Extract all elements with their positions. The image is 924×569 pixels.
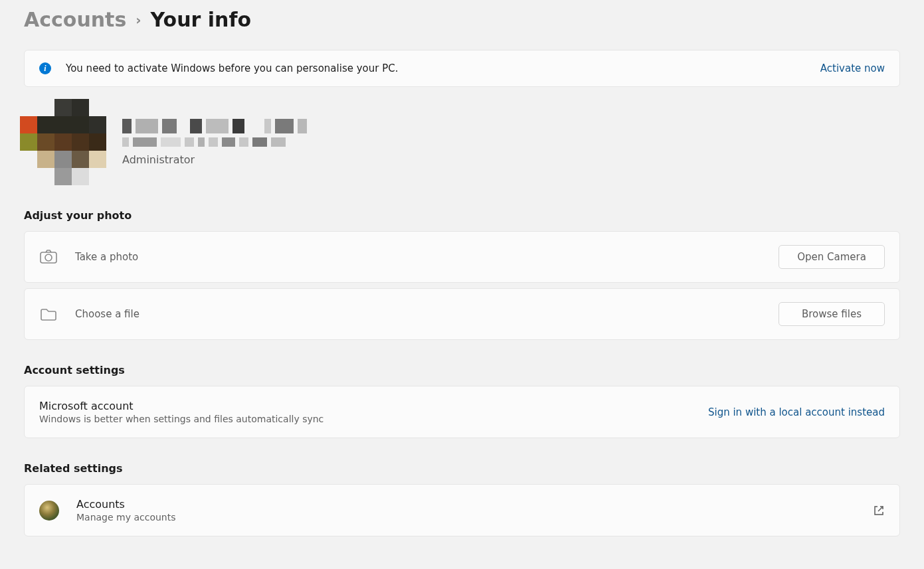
folder-icon [39, 307, 58, 321]
profile-email-redacted [122, 137, 307, 147]
breadcrumb-current: Your info [151, 8, 251, 31]
choose-file-label: Choose a file [75, 308, 761, 320]
microsoft-account-row: Microsoft account Windows is better when… [24, 386, 900, 438]
ms-account-title: Microsoft account [39, 400, 691, 412]
take-photo-row: Take a photo Open Camera [24, 231, 900, 283]
svg-point-1 [45, 254, 52, 261]
open-external-icon [873, 505, 885, 517]
banner-message: You need to activate Windows before you … [66, 62, 806, 74]
camera-icon [39, 250, 58, 264]
section-related-heading: Related settings [24, 462, 900, 475]
info-icon: i [39, 62, 51, 74]
sign-in-local-link[interactable]: Sign in with a local account instead [708, 406, 885, 418]
take-photo-label: Take a photo [75, 251, 761, 263]
related-accounts-title: Accounts [76, 498, 856, 511]
ms-account-desc: Windows is better when settings and file… [39, 414, 691, 424]
activate-now-link[interactable]: Activate now [820, 62, 885, 74]
open-camera-button[interactable]: Open Camera [779, 245, 885, 269]
small-avatar-icon [39, 501, 59, 521]
section-account-settings-heading: Account settings [24, 364, 900, 376]
related-accounts-desc: Manage my accounts [76, 512, 856, 523]
chevron-right-icon: › [136, 12, 141, 28]
profile-name-redacted [122, 119, 307, 133]
activation-banner: i You need to activate Windows before yo… [24, 50, 900, 87]
section-adjust-photo-heading: Adjust your photo [24, 209, 900, 222]
profile-role: Administrator [122, 153, 307, 166]
breadcrumb-parent[interactable]: Accounts [24, 8, 126, 31]
profile-block: Administrator [24, 99, 900, 185]
choose-file-row: Choose a file Browse files [24, 288, 900, 340]
related-accounts-row[interactable]: Accounts Manage my accounts [24, 484, 900, 536]
browse-files-button[interactable]: Browse files [779, 302, 885, 326]
breadcrumb: Accounts › Your info [24, 8, 900, 31]
profile-avatar [20, 99, 106, 185]
